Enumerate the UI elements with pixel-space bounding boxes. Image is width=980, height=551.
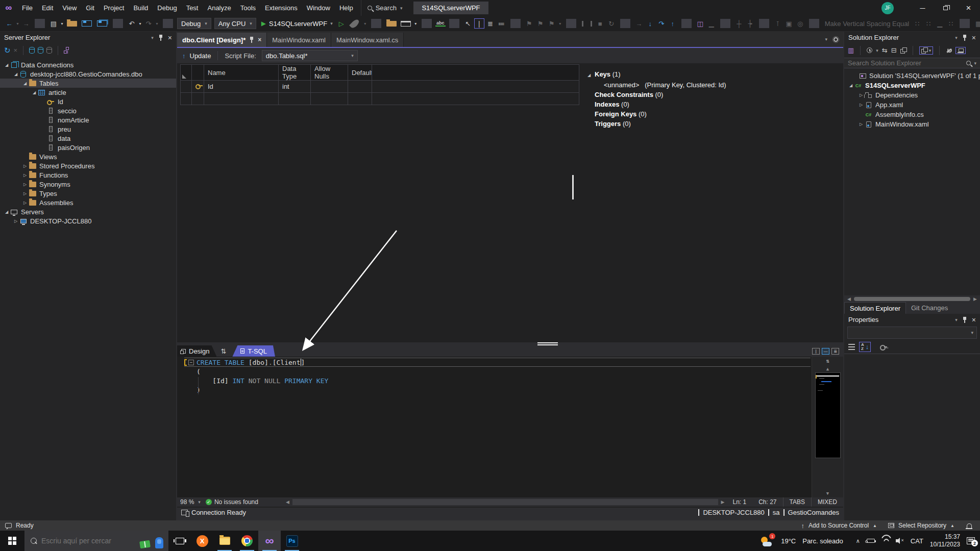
scroll-right-icon[interactable]: ▶ [971,296,979,302]
navigate-forward-icon[interactable]: → [21,18,31,29]
tree-item[interactable]: ▷ Stored Procedures [0,161,176,170]
horizontal-scrollbar[interactable]: ◀ ▶ [844,295,980,302]
separator[interactable] [371,19,381,28]
keys-node[interactable]: ◢Keys (1) [587,69,726,80]
close-icon[interactable]: × [168,34,172,42]
close-button[interactable]: × [957,0,980,16]
new-connection-icon[interactable] [46,47,52,54]
code-line-2[interactable]: ( [184,367,811,376]
menu-build[interactable]: Build [129,0,153,16]
separator[interactable] [720,19,730,28]
collapse-all-icon[interactable]: ⊟ [891,46,897,54]
scroll-right-icon[interactable]: ▶ [719,499,727,505]
tsql-code-editor[interactable]: − CREATE TABLE [dbo].[Client] ( [Id] INT… [177,357,843,497]
properties-object-dropdown[interactable]: ▾ [847,327,977,339]
expander-icon[interactable]: ▷ [21,201,29,205]
select-repository-button[interactable]: Select Repository [898,522,946,529]
spacing-icon[interactable]: ∷ [923,18,934,29]
window-position-icon[interactable]: ▾ [955,35,958,40]
minimize-button[interactable]: ─ [911,0,934,16]
window-layout-icon[interactable] [401,21,411,27]
tree-item[interactable]: ◢ C# S14SQLserverWPF [844,81,980,90]
window-position-icon[interactable]: ▾ [955,317,958,322]
expander-icon[interactable]: ◢ [587,70,595,80]
swap-panes-icon[interactable]: ⇅ [216,345,230,357]
zoom-selection-icon[interactable]: ◎ [795,18,805,29]
tree-item[interactable]: ▷ Types [0,189,176,198]
tree-item[interactable]: ◢ desktop-jccl880.GestioComandes.dbo [0,69,176,79]
row-selector-cell[interactable] [181,81,192,93]
feedback-icon[interactable] [5,523,12,528]
pending-changes-filter-icon[interactable] [867,47,872,53]
tree-item[interactable]: ▷ App.xaml [844,100,980,110]
underscore-icon[interactable]: ▁ [935,18,945,29]
column-header-default[interactable]: Default [348,65,372,81]
fit-selection-icon[interactable]: ▣ [784,18,794,29]
volume-muted-icon[interactable]: × [896,538,904,544]
script-file-dropdown[interactable]: dbo.Table.sql* ▾ [262,50,358,61]
task-view-button[interactable] [168,531,191,551]
window-position-icon[interactable]: ▾ [151,35,154,40]
expander-icon[interactable]: ▷ [21,164,29,168]
close-icon[interactable]: × [972,316,976,324]
stop-refresh-icon[interactable]: × [14,46,18,54]
user-name[interactable]: sa [773,509,780,516]
switch-views-icon[interactable]: ▥ [848,46,854,54]
tree-item[interactable]: ▷ Synonyms [0,180,176,189]
tree-item[interactable]: seccio [0,106,176,115]
menu-tools[interactable]: Tools [236,0,260,16]
pointer-icon[interactable]: ↖ [463,18,473,29]
cell-name[interactable] [204,93,279,105]
separator[interactable] [422,19,432,28]
separator[interactable] [620,19,630,28]
caret-icon[interactable]: ▾ [155,18,159,29]
expander-icon[interactable]: ◢ [847,83,854,88]
scrollbar-thumb[interactable] [854,297,970,301]
tab-mainwindow-xaml[interactable]: MainWindow.xaml [267,33,331,47]
size-to-grid-icon[interactable]: ∷ [912,18,922,29]
taskbar-app-chrome[interactable] [236,531,258,551]
bookmark-icon[interactable]: ⚑ [524,18,534,29]
primary-key-entry[interactable]: <unnamed> (Primary Key, Clustered: Id) [587,80,726,90]
cell-default[interactable] [348,81,372,93]
design-view-tab[interactable]: Design [177,345,216,357]
caret-icon[interactable]: ▾ [138,18,142,29]
solution-search-input[interactable] [848,59,963,67]
menu-edit[interactable]: Edit [37,0,58,16]
tab-list-dropdown-icon[interactable]: ▾ [825,37,827,42]
separator[interactable] [510,19,521,28]
caret-icon[interactable]: ▾ [363,18,368,29]
scroll-left-icon[interactable]: ◀ [284,499,291,505]
close-icon[interactable]: × [258,36,261,43]
keyboard-layout[interactable]: CAT [911,537,923,545]
pin-icon[interactable] [159,35,163,41]
start-debugging-button[interactable]: ▶ S14SQLserverWPF ▾ [258,18,336,29]
weather-temp[interactable]: 19°C [781,537,796,545]
hierarchy-view-icon[interactable] [64,47,70,54]
separator[interactable] [960,19,970,28]
chevron-down-icon[interactable]: ▾ [198,499,201,505]
expander-icon[interactable]: ▷ [857,103,865,107]
expander-icon[interactable]: ▷ [857,93,865,97]
add-region-icon[interactable]: ┼ [734,18,744,29]
start-without-debugging-icon[interactable]: ▷ [336,18,347,29]
code-map-preview[interactable] [815,372,841,458]
tab-dbo-client-design[interactable]: dbo.Client [Design]* × [177,33,267,47]
zoom-level[interactable]: 98 % [180,498,194,506]
tree-item[interactable]: Id [0,97,176,106]
new-project-icon[interactable]: ▤ [48,18,59,29]
cell-name[interactable]: Id [204,81,279,93]
collapse-pane-icon[interactable]: ⇊ [831,348,839,355]
tree-item[interactable]: ▷ MainWindow.xaml [844,119,980,129]
caret-icon[interactable]: ▾ [558,18,562,29]
weather-icon[interactable]: 1 [761,535,774,547]
column-header-datatype[interactable]: Data Type [279,65,311,81]
horizontal-split-icon[interactable]: — [822,348,829,355]
line-ending-indicator[interactable]: MIXED [811,497,843,507]
expander-icon[interactable]: ◢ [12,72,19,77]
expander-icon[interactable]: ▷ [21,191,29,196]
preview-selected-icon[interactable] [900,47,906,54]
battery-icon[interactable] [867,539,875,543]
notifications-bell-icon[interactable] [967,523,972,528]
taskbar-app-xampp[interactable]: X [191,531,213,551]
